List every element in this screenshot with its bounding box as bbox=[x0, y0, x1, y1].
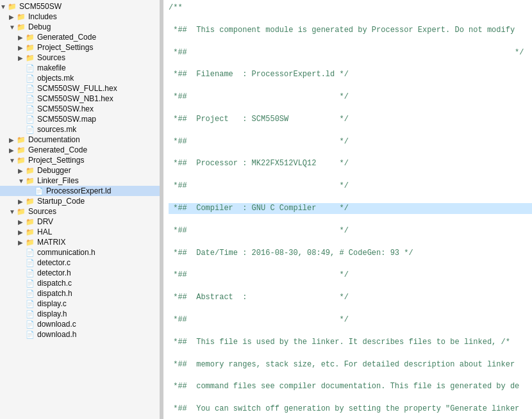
sidebar-item-download_c[interactable]: ▶📄download.c bbox=[0, 319, 160, 329]
tree-arrow: ▼ bbox=[9, 208, 17, 215]
sidebar-item-startup_code[interactable]: ▶📁Startup_Code bbox=[0, 196, 160, 206]
file-tree: ▼📁SCM550SW▶📁Includes▼📁Debug▶📁Generated_C… bbox=[0, 0, 160, 419]
sidebar-item-processorexpert_ld[interactable]: ▶📄ProcessorExpert.ld bbox=[0, 186, 160, 196]
sidebar-item-sources_main[interactable]: ▼📁Sources bbox=[0, 206, 160, 217]
tree-label: Debugger bbox=[37, 166, 71, 175]
tree-spacer: ▶ bbox=[18, 311, 26, 318]
tree-spacer: ▶ bbox=[18, 75, 26, 82]
sidebar-item-matrix[interactable]: ▶📁MATRIX bbox=[0, 237, 160, 247]
tree-spacer: ▶ bbox=[18, 116, 26, 123]
sidebar-item-project_settings2[interactable]: ▼📁Project_Settings bbox=[0, 155, 160, 165]
tree-spacer: ▶ bbox=[18, 290, 26, 297]
tree-arrow: ▶ bbox=[18, 34, 26, 41]
sidebar-item-generated_code2[interactable]: ▶📁Generated_Code bbox=[0, 145, 160, 155]
sidebar-item-scm550sw_nb1_hex[interactable]: ▶📄SCM550SW_NB1.hex bbox=[0, 94, 160, 104]
tree-arrow: ▼ bbox=[9, 24, 17, 31]
tree-arrow: ▶ bbox=[18, 218, 26, 226]
tree-arrow: ▶ bbox=[18, 229, 26, 236]
sidebar-item-includes[interactable]: ▶📁Includes bbox=[0, 12, 160, 22]
tree-label: Linker_Files bbox=[37, 176, 79, 185]
sidebar-item-display_h[interactable]: ▶📄display.h bbox=[0, 309, 160, 319]
sidebar-item-sources_debug[interactable]: ▶📁Sources bbox=[0, 53, 160, 63]
tree-arrow: ▶ bbox=[18, 44, 26, 51]
tree-label: objects.mk bbox=[37, 74, 74, 83]
tree-arrow: ▶ bbox=[18, 239, 26, 246]
tree-label: makefile bbox=[37, 63, 66, 72]
tree-arrow: ▶ bbox=[18, 167, 26, 174]
tree-label: display.h bbox=[37, 309, 67, 318]
tree-spacer: ▶ bbox=[18, 259, 26, 267]
sidebar-item-sources_mk[interactable]: ▶📄sources.mk bbox=[0, 124, 160, 135]
tree-label: SCM550SW_FULL.hex bbox=[37, 84, 117, 93]
tree-label: display.c bbox=[37, 299, 67, 308]
sidebar-item-scm550sw[interactable]: ▼📁SCM550SW bbox=[0, 1, 160, 12]
tree-spacer: ▶ bbox=[18, 280, 26, 287]
sidebar-item-scm550sw_map[interactable]: ▶📄SCM550SW.map bbox=[0, 114, 160, 124]
tree-spacer: ▶ bbox=[18, 331, 26, 338]
tree-label: Project_Settings bbox=[37, 43, 93, 52]
tree-spacer: ▶ bbox=[18, 300, 26, 308]
sidebar-item-drv[interactable]: ▶📁DRV bbox=[0, 217, 160, 227]
tree-label: Project_Settings bbox=[28, 156, 84, 165]
tree-arrow: ▼ bbox=[18, 177, 26, 185]
sidebar-item-project_settings[interactable]: ▶📁Project_Settings bbox=[0, 42, 160, 53]
sidebar-item-linker_files[interactable]: ▼📁Linker_Files bbox=[0, 176, 160, 186]
tree-spacer: ▶ bbox=[18, 65, 26, 72]
code-editor[interactable]: /** *## This component module is generat… bbox=[163, 0, 532, 419]
tree-arrow: ▼ bbox=[9, 157, 17, 164]
sidebar-item-dispatch_c[interactable]: ▶📄dispatch.c bbox=[0, 278, 160, 288]
tree-label: HAL bbox=[37, 227, 52, 236]
sidebar-item-hal[interactable]: ▶📁HAL bbox=[0, 227, 160, 237]
sidebar-item-objects_mk[interactable]: ▶📄objects.mk bbox=[0, 73, 160, 83]
tree-label: Includes bbox=[28, 12, 57, 21]
tree-label: SCM550SW bbox=[19, 2, 62, 11]
tree-spacer: ▶ bbox=[18, 126, 26, 133]
tree-label: dispatch.h bbox=[37, 289, 72, 298]
tree-spacer: ▶ bbox=[18, 270, 26, 277]
tree-arrow: ▼ bbox=[0, 3, 8, 10]
tree-spacer: ▶ bbox=[18, 321, 26, 328]
sidebar-item-detector_h[interactable]: ▶📄detector.h bbox=[0, 268, 160, 278]
tree-label: Documentation bbox=[28, 135, 80, 144]
tree-spacer: ▶ bbox=[18, 95, 26, 103]
tree-label: Generated_Code bbox=[37, 33, 96, 42]
tree-label: Startup_Code bbox=[37, 197, 85, 206]
tree-label: SCM550SW.map bbox=[37, 115, 96, 124]
tree-label: dispatch.c bbox=[37, 279, 72, 288]
sidebar-item-debug[interactable]: ▼📁Debug bbox=[0, 22, 160, 32]
sidebar-item-dispatch_h[interactable]: ▶📄dispatch.h bbox=[0, 288, 160, 299]
tree-label: download.c bbox=[37, 320, 76, 329]
tree-label: Generated_Code bbox=[28, 145, 87, 154]
tree-label: SCM550SW.hex bbox=[37, 104, 94, 113]
tree-arrow: ▶ bbox=[9, 13, 17, 21]
tree-spacer: ▶ bbox=[18, 106, 26, 113]
tree-spacer: ▶ bbox=[18, 249, 26, 256]
tree-label: Sources bbox=[37, 53, 65, 62]
tree-label: SCM550SW_NB1.hex bbox=[37, 94, 113, 103]
tree-spacer: ▶ bbox=[27, 188, 35, 195]
tree-label: communication.h bbox=[37, 248, 96, 257]
tree-label: ProcessorExpert.ld bbox=[46, 186, 111, 195]
code-content: /** *## This component module is generat… bbox=[163, 0, 532, 419]
tree-label: sources.mk bbox=[37, 125, 76, 134]
sidebar-item-generated_code1[interactable]: ▶📁Generated_Code bbox=[0, 32, 160, 42]
tree-label: Sources bbox=[28, 207, 56, 216]
sidebar-item-download_h[interactable]: ▶📄download.h bbox=[0, 329, 160, 340]
sidebar-item-makefile[interactable]: ▶📄makefile bbox=[0, 63, 160, 73]
sidebar-item-debugger[interactable]: ▶📁Debugger bbox=[0, 165, 160, 176]
sidebar-item-documentation[interactable]: ▶📁Documentation bbox=[0, 135, 160, 145]
sidebar-item-display_c[interactable]: ▶📄display.c bbox=[0, 299, 160, 309]
tree-label: Debug bbox=[28, 22, 51, 31]
sidebar-item-communication_h[interactable]: ▶📄communication.h bbox=[0, 247, 160, 258]
tree-arrow: ▶ bbox=[18, 54, 26, 62]
tree-label: detector.h bbox=[37, 268, 71, 277]
tree-label: download.h bbox=[37, 330, 76, 339]
tree-spacer: ▶ bbox=[18, 85, 26, 92]
tree-label: detector.c bbox=[37, 258, 71, 267]
tree-label: DRV bbox=[37, 217, 53, 226]
sidebar-item-detector_c[interactable]: ▶📄detector.c bbox=[0, 258, 160, 268]
tree-label: MATRIX bbox=[37, 238, 65, 247]
sidebar-item-scm550sw_full_hex[interactable]: ▶📄SCM550SW_FULL.hex bbox=[0, 83, 160, 94]
tree-arrow: ▶ bbox=[9, 136, 17, 144]
sidebar-item-scm550sw_hex[interactable]: ▶📄SCM550SW.hex bbox=[0, 104, 160, 114]
